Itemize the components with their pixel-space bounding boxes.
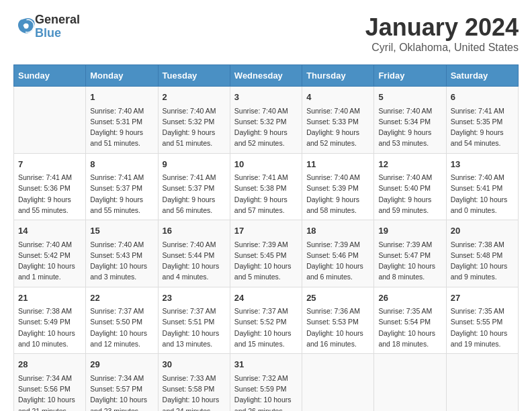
date-number: 4: [306, 91, 369, 104]
calendar-cell: 3Sunrise: 7:40 AM Sunset: 5:32 PM Daylig…: [230, 87, 302, 154]
cell-content: Sunrise: 7:32 AM Sunset: 5:59 PM Dayligh…: [234, 373, 298, 411]
date-number: 13: [451, 158, 514, 171]
date-number: 17: [234, 224, 298, 238]
calendar-cell: 1Sunrise: 7:40 AM Sunset: 5:31 PM Daylig…: [86, 87, 158, 154]
calendar-cell: 7Sunrise: 7:41 AM Sunset: 5:36 PM Daylig…: [14, 153, 86, 220]
calendar-cell: 24Sunrise: 7:37 AM Sunset: 5:52 PM Dayli…: [230, 287, 302, 354]
cell-content: Sunrise: 7:40 AM Sunset: 5:39 PM Dayligh…: [306, 172, 369, 216]
calendar-cell: [302, 354, 374, 411]
week-row-1: 1Sunrise: 7:40 AM Sunset: 5:31 PM Daylig…: [14, 87, 519, 154]
date-number: 31: [234, 358, 298, 371]
date-number: 18: [306, 224, 369, 238]
col-header-saturday: Saturday: [446, 65, 518, 87]
date-number: 26: [378, 291, 441, 305]
date-number: 15: [90, 224, 153, 238]
col-header-thursday: Thursday: [302, 65, 374, 87]
calendar-cell: 8Sunrise: 7:41 AM Sunset: 5:37 PM Daylig…: [86, 153, 158, 220]
calendar-cell: 16Sunrise: 7:40 AM Sunset: 5:44 PM Dayli…: [158, 220, 230, 287]
date-number: 21: [18, 291, 81, 305]
cell-content: Sunrise: 7:40 AM Sunset: 5:31 PM Dayligh…: [90, 105, 153, 149]
date-number: 1: [90, 91, 153, 104]
date-number: 3: [234, 91, 298, 104]
calendar-table: SundayMondayTuesdayWednesdayThursdayFrid…: [13, 64, 519, 411]
date-number: 25: [306, 291, 369, 305]
calendar-cell: 18Sunrise: 7:39 AM Sunset: 5:46 PM Dayli…: [302, 220, 374, 287]
calendar-cell: 4Sunrise: 7:40 AM Sunset: 5:33 PM Daylig…: [302, 87, 374, 154]
week-row-5: 28Sunrise: 7:34 AM Sunset: 5:56 PM Dayli…: [14, 354, 519, 411]
calendar-cell: 2Sunrise: 7:40 AM Sunset: 5:32 PM Daylig…: [158, 87, 230, 154]
subtitle: Cyril, Oklahoma, United States: [365, 42, 519, 54]
week-row-2: 7Sunrise: 7:41 AM Sunset: 5:36 PM Daylig…: [14, 153, 519, 220]
cell-content: Sunrise: 7:41 AM Sunset: 5:37 PM Dayligh…: [163, 172, 226, 216]
date-number: 23: [163, 291, 226, 305]
calendar-cell: 19Sunrise: 7:39 AM Sunset: 5:47 PM Dayli…: [374, 220, 446, 287]
cell-content: Sunrise: 7:41 AM Sunset: 5:36 PM Dayligh…: [18, 172, 81, 216]
cell-content: Sunrise: 7:40 AM Sunset: 5:44 PM Dayligh…: [163, 239, 226, 283]
date-number: 12: [378, 158, 441, 171]
title-block: January 2024 Cyril, Oklahoma, United Sta…: [365, 13, 519, 54]
calendar-cell: 11Sunrise: 7:40 AM Sunset: 5:39 PM Dayli…: [302, 153, 374, 220]
cell-content: Sunrise: 7:35 AM Sunset: 5:54 PM Dayligh…: [378, 306, 441, 349]
cell-content: Sunrise: 7:39 AM Sunset: 5:46 PM Dayligh…: [306, 239, 369, 283]
date-number: 8: [90, 158, 153, 171]
cell-content: Sunrise: 7:41 AM Sunset: 5:35 PM Dayligh…: [451, 105, 514, 149]
date-number: 19: [378, 224, 441, 238]
col-header-tuesday: Tuesday: [158, 65, 230, 87]
calendar-cell: 13Sunrise: 7:40 AM Sunset: 5:41 PM Dayli…: [446, 153, 518, 220]
date-number: 2: [163, 91, 226, 104]
cell-content: Sunrise: 7:33 AM Sunset: 5:58 PM Dayligh…: [163, 373, 226, 411]
week-row-3: 14Sunrise: 7:40 AM Sunset: 5:42 PM Dayli…: [14, 220, 519, 287]
calendar-cell: 29Sunrise: 7:34 AM Sunset: 5:57 PM Dayli…: [86, 354, 158, 411]
calendar-cell: 14Sunrise: 7:40 AM Sunset: 5:42 PM Dayli…: [14, 220, 86, 287]
date-number: 11: [306, 158, 369, 171]
calendar-cell: [14, 87, 86, 154]
date-number: 22: [90, 291, 153, 305]
date-number: 27: [451, 291, 514, 305]
cell-content: Sunrise: 7:39 AM Sunset: 5:45 PM Dayligh…: [234, 239, 298, 283]
calendar-cell: 9Sunrise: 7:41 AM Sunset: 5:37 PM Daylig…: [158, 153, 230, 220]
header-row: SundayMondayTuesdayWednesdayThursdayFrid…: [14, 65, 519, 87]
calendar-cell: 23Sunrise: 7:37 AM Sunset: 5:51 PM Dayli…: [158, 287, 230, 354]
cell-content: Sunrise: 7:37 AM Sunset: 5:51 PM Dayligh…: [163, 306, 226, 349]
calendar-cell: 12Sunrise: 7:40 AM Sunset: 5:40 PM Dayli…: [374, 153, 446, 220]
calendar-cell: 27Sunrise: 7:35 AM Sunset: 5:55 PM Dayli…: [446, 287, 518, 354]
calendar-cell: 10Sunrise: 7:41 AM Sunset: 5:38 PM Dayli…: [230, 153, 302, 220]
calendar-cell: 6Sunrise: 7:41 AM Sunset: 5:35 PM Daylig…: [446, 87, 518, 154]
col-header-friday: Friday: [374, 65, 446, 87]
date-number: 5: [378, 91, 441, 104]
calendar-cell: 22Sunrise: 7:37 AM Sunset: 5:50 PM Dayli…: [86, 287, 158, 354]
logo-icon: [16, 16, 35, 35]
date-number: 9: [163, 158, 226, 171]
date-number: 29: [90, 358, 153, 371]
cell-content: Sunrise: 7:35 AM Sunset: 5:55 PM Dayligh…: [451, 306, 514, 349]
logo-text: GeneralBlue: [35, 13, 80, 40]
cell-content: Sunrise: 7:40 AM Sunset: 5:32 PM Dayligh…: [234, 105, 298, 149]
cell-content: Sunrise: 7:40 AM Sunset: 5:41 PM Dayligh…: [451, 172, 514, 216]
col-header-wednesday: Wednesday: [230, 65, 302, 87]
cell-content: Sunrise: 7:40 AM Sunset: 5:42 PM Dayligh…: [18, 239, 81, 283]
page-header: GeneralBlue January 2024 Cyril, Oklahoma…: [13, 13, 519, 54]
cell-content: Sunrise: 7:40 AM Sunset: 5:33 PM Dayligh…: [306, 105, 369, 149]
calendar-cell: 5Sunrise: 7:40 AM Sunset: 5:34 PM Daylig…: [374, 87, 446, 154]
cell-content: Sunrise: 7:39 AM Sunset: 5:47 PM Dayligh…: [378, 239, 441, 283]
calendar-cell: 25Sunrise: 7:36 AM Sunset: 5:53 PM Dayli…: [302, 287, 374, 354]
cell-content: Sunrise: 7:37 AM Sunset: 5:50 PM Dayligh…: [90, 306, 153, 349]
date-number: 24: [234, 291, 298, 305]
date-number: 20: [451, 224, 514, 238]
calendar-cell: 28Sunrise: 7:34 AM Sunset: 5:56 PM Dayli…: [14, 354, 86, 411]
main-title: January 2024: [365, 13, 519, 42]
cell-content: Sunrise: 7:41 AM Sunset: 5:37 PM Dayligh…: [90, 172, 153, 216]
calendar-cell: [446, 354, 518, 411]
cell-content: Sunrise: 7:37 AM Sunset: 5:52 PM Dayligh…: [234, 306, 298, 349]
logo: GeneralBlue: [13, 13, 80, 40]
cell-content: Sunrise: 7:34 AM Sunset: 5:56 PM Dayligh…: [18, 373, 81, 411]
cell-content: Sunrise: 7:41 AM Sunset: 5:38 PM Dayligh…: [234, 172, 298, 216]
cell-content: Sunrise: 7:40 AM Sunset: 5:34 PM Dayligh…: [378, 105, 441, 149]
cell-content: Sunrise: 7:38 AM Sunset: 5:49 PM Dayligh…: [18, 306, 81, 349]
date-number: 7: [18, 158, 81, 171]
calendar-cell: [374, 354, 446, 411]
date-number: 28: [18, 358, 81, 371]
calendar-cell: 20Sunrise: 7:38 AM Sunset: 5:48 PM Dayli…: [446, 220, 518, 287]
cell-content: Sunrise: 7:36 AM Sunset: 5:53 PM Dayligh…: [306, 306, 369, 349]
calendar-cell: 26Sunrise: 7:35 AM Sunset: 5:54 PM Dayli…: [374, 287, 446, 354]
